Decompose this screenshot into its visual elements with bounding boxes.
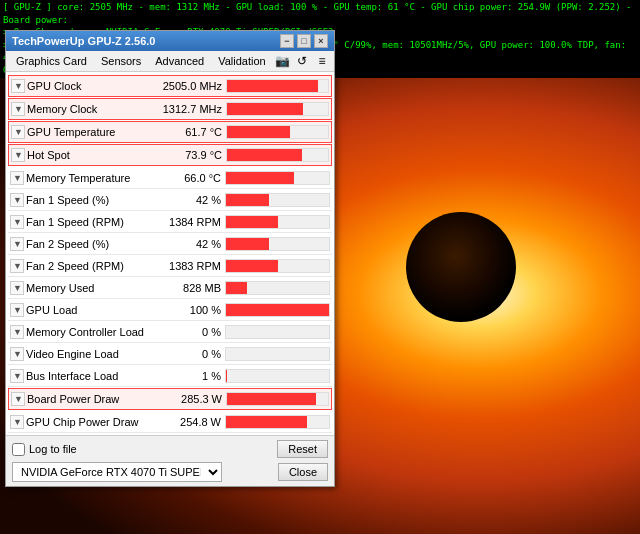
sensor-bar-container xyxy=(225,347,330,361)
log-row: Log to file Reset xyxy=(12,440,328,458)
sensor-value: 73.9 °C xyxy=(151,149,226,161)
sensor-row: ▼ Bus Interface Load 1 % xyxy=(8,365,332,387)
menu-validation[interactable]: Validation xyxy=(212,53,272,69)
sensor-bar xyxy=(226,216,278,228)
sensor-bar-container xyxy=(225,259,330,273)
sensor-bar xyxy=(226,238,269,250)
sensor-bar xyxy=(226,370,227,382)
sensor-bar xyxy=(226,416,307,428)
sensor-value: 285.3 W xyxy=(151,393,226,405)
log-to-file-label: Log to file xyxy=(29,443,77,455)
sensor-dropdown-arrow[interactable]: ▼ xyxy=(10,415,24,429)
sensor-bar xyxy=(227,149,302,161)
gpu-z-window: TechPowerUp GPU-Z 2.56.0 − □ × Graphics … xyxy=(5,30,335,487)
sensor-bar-container xyxy=(225,171,330,185)
sensor-row: ▼ Video Engine Load 0 % xyxy=(8,343,332,365)
sensor-row: ▼ Fan 2 Speed (%) 42 % xyxy=(8,233,332,255)
sensor-bar-container xyxy=(226,392,329,406)
sensor-value: 254.8 W xyxy=(150,416,225,428)
sensor-row: ▼ Fan 1 Speed (%) 42 % xyxy=(8,189,332,211)
menu-sensors[interactable]: Sensors xyxy=(95,53,147,69)
sensor-value: 0 % xyxy=(150,348,225,360)
gpu-select-row: NVIDIA GeForce RTX 4070 Ti SUPER Close xyxy=(12,462,328,482)
sensor-bar-container xyxy=(226,125,329,139)
menu-icon-group: 📷 ↺ ≡ xyxy=(274,53,330,69)
minimize-button[interactable]: − xyxy=(280,34,294,48)
sensor-row: ▼ Fan 1 Speed (RPM) 1384 RPM xyxy=(8,211,332,233)
window-title: TechPowerUp GPU-Z 2.56.0 xyxy=(12,35,155,47)
sensor-value: 100 % xyxy=(150,304,225,316)
sensor-bar xyxy=(226,260,278,272)
menu-more-icon[interactable]: ≡ xyxy=(314,53,330,69)
sensor-name: ▼ Memory Clock xyxy=(11,102,151,116)
sensor-dropdown-arrow[interactable]: ▼ xyxy=(10,171,24,185)
titlebar-buttons: − □ × xyxy=(280,34,328,48)
reset-button[interactable]: Reset xyxy=(277,440,328,458)
sensor-dropdown-arrow[interactable]: ▼ xyxy=(10,347,24,361)
sensor-dropdown-arrow[interactable]: ▼ xyxy=(10,303,24,317)
sensor-value: 66.0 °C xyxy=(150,172,225,184)
sensor-name: ▼ Board Power Draw xyxy=(11,392,151,406)
sensor-name: ▼ Bus Interface Load xyxy=(10,369,150,383)
sensor-name: ▼ Fan 2 Speed (%) xyxy=(10,237,150,251)
sensor-row: ▼ Board Power Draw 285.3 W xyxy=(8,388,332,410)
sensor-dropdown-arrow[interactable]: ▼ xyxy=(10,193,24,207)
log-to-file-checkbox[interactable] xyxy=(12,443,25,456)
sensor-value: 61.7 °C xyxy=(151,126,226,138)
sensor-bar xyxy=(227,103,303,115)
sensor-bar xyxy=(226,282,247,294)
sensor-name: ▼ Memory Used xyxy=(10,281,150,295)
window-bottom: Log to file Reset NVIDIA GeForce RTX 407… xyxy=(6,435,334,486)
sensor-name: ▼ Hot Spot xyxy=(11,148,151,162)
sensor-dropdown-arrow[interactable]: ▼ xyxy=(11,125,25,139)
camera-icon[interactable]: 📷 xyxy=(274,53,290,69)
sensor-row: ▼ Memory Controller Load 0 % xyxy=(8,321,332,343)
sensor-value: 828 MB xyxy=(150,282,225,294)
sensor-bar-container xyxy=(226,79,329,93)
sensor-row: ▼ Memory Clock 1312.7 MHz xyxy=(8,98,332,120)
window-titlebar: TechPowerUp GPU-Z 2.56.0 − □ × xyxy=(6,31,334,51)
close-button[interactable]: Close xyxy=(278,463,328,481)
sensor-name: ▼ GPU Chip Power Draw xyxy=(10,415,150,429)
sensor-dropdown-arrow[interactable]: ▼ xyxy=(10,215,24,229)
sensor-name: ▼ Memory Controller Load xyxy=(10,325,150,339)
sensor-bar-container xyxy=(226,102,329,116)
sensor-value: 1383 RPM xyxy=(150,260,225,272)
menu-bar: Graphics Card Sensors Advanced Validatio… xyxy=(6,51,334,72)
sensor-row: ▼ GPU Chip Power Draw 254.8 W xyxy=(8,411,332,433)
sensor-bar xyxy=(226,304,329,316)
sensor-dropdown-arrow[interactable]: ▼ xyxy=(10,369,24,383)
sensor-row: ▼ Memory Used 828 MB xyxy=(8,277,332,299)
sensor-bar-container xyxy=(225,303,330,317)
maximize-button[interactable]: □ xyxy=(297,34,311,48)
sensor-row: ▼ Hot Spot 73.9 °C xyxy=(8,144,332,166)
sensor-dropdown-arrow[interactable]: ▼ xyxy=(10,237,24,251)
eye-pupil xyxy=(406,212,516,322)
sensor-dropdown-arrow[interactable]: ▼ xyxy=(10,325,24,339)
sensor-value: 1 % xyxy=(150,370,225,382)
sensor-dropdown-arrow[interactable]: ▼ xyxy=(11,392,25,406)
sensor-row: ▼ GPU Temperature 61.7 °C xyxy=(8,121,332,143)
sensor-name: ▼ Memory Temperature xyxy=(10,171,150,185)
sensor-bar xyxy=(227,393,316,405)
sensor-row: ▼ GPU Load 100 % xyxy=(8,299,332,321)
sensor-bar-container xyxy=(226,148,329,162)
sensor-value: 1312.7 MHz xyxy=(151,103,226,115)
menu-advanced[interactable]: Advanced xyxy=(149,53,210,69)
sensor-name: ▼ GPU Clock xyxy=(11,79,151,93)
sensor-bar-container xyxy=(225,415,330,429)
sensor-dropdown-arrow[interactable]: ▼ xyxy=(10,281,24,295)
sensor-dropdown-arrow[interactable]: ▼ xyxy=(11,79,25,93)
sensor-bar-container xyxy=(225,215,330,229)
sensor-dropdown-arrow[interactable]: ▼ xyxy=(11,148,25,162)
sensor-name: ▼ Fan 2 Speed (RPM) xyxy=(10,259,150,273)
sensor-dropdown-arrow[interactable]: ▼ xyxy=(11,102,25,116)
sensor-dropdown-arrow[interactable]: ▼ xyxy=(10,259,24,273)
gpu-selector[interactable]: NVIDIA GeForce RTX 4070 Ti SUPER xyxy=(12,462,222,482)
sensor-value: 42 % xyxy=(150,238,225,250)
menu-graphics-card[interactable]: Graphics Card xyxy=(10,53,93,69)
sensor-bar xyxy=(227,126,290,138)
sensor-row: ▼ GPU Clock 2505.0 MHz xyxy=(8,75,332,97)
close-window-button[interactable]: × xyxy=(314,34,328,48)
refresh-icon[interactable]: ↺ xyxy=(294,53,310,69)
